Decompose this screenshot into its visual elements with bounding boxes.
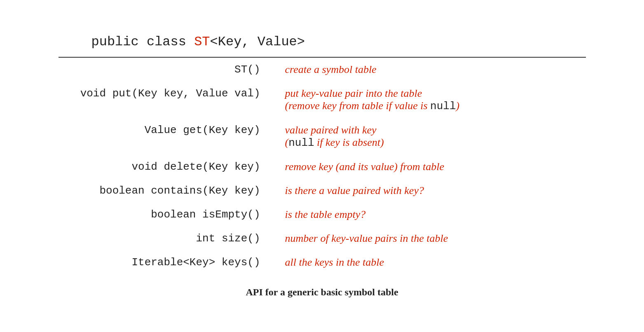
method-signature: boolean contains(Key key) — [59, 179, 273, 203]
method-description: create a symbol table — [273, 58, 586, 82]
api-row: Value get(Key key)value paired with key(… — [59, 118, 586, 155]
method-description: is the table empty? — [273, 203, 586, 227]
api-row: Iterable<Key> keys()all the keys in the … — [59, 250, 586, 274]
api-row: boolean contains(Key key)is there a valu… — [59, 179, 586, 203]
class-prefix: public class — [91, 34, 194, 49]
class-header: public class ST<Key, Value> — [59, 34, 586, 58]
class-name-highlight: ST — [194, 34, 210, 49]
method-signature: boolean isEmpty() — [59, 203, 273, 227]
method-description: put key-value pair into the table(remove… — [273, 82, 586, 118]
method-signature: int size() — [59, 227, 273, 250]
main-container: public class ST<Key, Value> ST()create a… — [34, 18, 611, 314]
method-description: remove key (and its value) from table — [273, 155, 586, 179]
api-row: void put(Key key, Value val)put key-valu… — [59, 82, 586, 118]
method-signature: void put(Key key, Value val) — [59, 82, 273, 118]
method-description: is there a value paired with key? — [273, 179, 586, 203]
method-signature: ST() — [59, 58, 273, 82]
method-description: value paired with key(null if key is abs… — [273, 118, 586, 155]
method-signature: Value get(Key key) — [59, 118, 273, 155]
api-row: void delete(Key key)remove key (and its … — [59, 155, 586, 179]
method-signature: Iterable<Key> keys() — [59, 250, 273, 274]
api-row: boolean isEmpty()is the table empty? — [59, 203, 586, 227]
method-description: all the keys in the table — [273, 250, 586, 274]
table-caption: API for a generic basic symbol table — [59, 287, 586, 298]
api-table: ST()create a symbol tablevoid put(Key ke… — [59, 58, 586, 274]
method-description: number of key-value pairs in the table — [273, 227, 586, 250]
class-generics: <Key, Value> — [210, 34, 305, 49]
api-row: int size()number of key-value pairs in t… — [59, 227, 586, 250]
api-row: ST()create a symbol table — [59, 58, 586, 82]
method-signature: void delete(Key key) — [59, 155, 273, 179]
